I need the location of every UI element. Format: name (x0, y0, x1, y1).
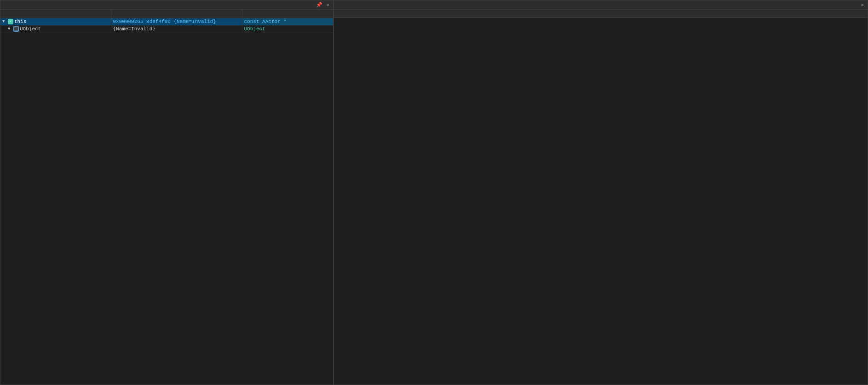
table-row[interactable]: ▼⬛UObject{Name=Invalid}UObject (0, 25, 333, 33)
callstack-panel: ✕ (333, 0, 868, 385)
col-header-value (111, 10, 242, 18)
var-name: this (14, 19, 26, 24)
pin-icon[interactable]: 📌 (315, 2, 323, 8)
locals-panel: 📌 ✕ ▼✓this0x00000265 8def4f00 {Name=Inva… (0, 0, 333, 385)
locals-panel-controls: 📌 ✕ (315, 2, 330, 8)
var-type-icon: ⬛ (13, 26, 19, 32)
callstack-table-container[interactable] (334, 10, 868, 385)
locals-name-cell: ▼⬛UObject (0, 25, 111, 33)
locals-value-cell: 0x00000265 8def4f00 {Name=Invalid} (111, 18, 242, 25)
expand-arrow-icon[interactable]: ▼ (2, 19, 7, 24)
locals-panel-header: 📌 ✕ (0, 0, 333, 10)
callstack-close-icon[interactable]: ✕ (860, 2, 865, 8)
locals-table: ▼✓this0x00000265 8def4f00 {Name=Invalid}… (0, 10, 333, 33)
locals-table-container[interactable]: ▼✓this0x00000265 8def4f00 {Name=Invalid}… (0, 10, 333, 385)
locals-value-cell: {Name=Invalid} (111, 25, 242, 33)
locals-type-cell: const AActor * (242, 18, 333, 25)
table-row[interactable]: ▼✓this0x00000265 8def4f00 {Name=Invalid}… (0, 18, 333, 25)
close-icon[interactable]: ✕ (325, 2, 330, 8)
callstack-panel-controls: ✕ (860, 2, 865, 8)
expand-arrow-icon[interactable]: ▼ (8, 27, 12, 31)
callstack-panel-header: ✕ (334, 0, 868, 10)
locals-name-cell: ▼✓this (0, 18, 111, 25)
var-name: UObject (20, 26, 41, 32)
var-type-icon: ✓ (8, 19, 13, 24)
locals-type-cell: UObject (242, 25, 333, 33)
col-header-name (0, 10, 111, 18)
callstack-header (334, 10, 868, 18)
col-header-type (242, 10, 333, 18)
